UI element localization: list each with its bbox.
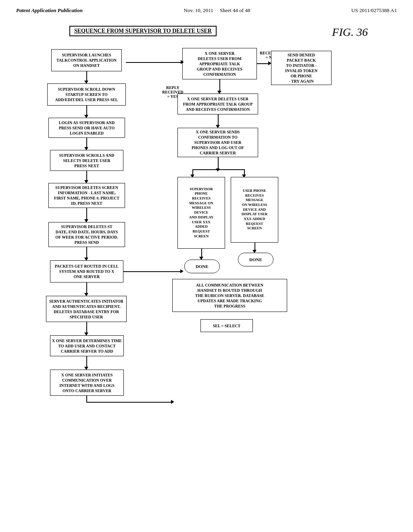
- box-send-denied: SEND DENIEDPACKET BACKTO INITIATOR -INVA…: [271, 51, 332, 85]
- box-xone-sends-conf: X ONE SERVER SENDSCONFIRMATION TOSUPERVI…: [177, 128, 258, 157]
- header-date-sheet: Nov. 10, 2011 Sheet 44 of 48: [184, 7, 250, 14]
- box-xone-determines: X ONE SERVER DETERMINES TIMETO ADD USER …: [50, 335, 124, 356]
- box-supervisor-scrolls: SUPERVISOR SCROLLS ANDSELECTS DELETE USE…: [50, 150, 123, 171]
- header-patent-num: US 2011/0275388 A1: [351, 7, 397, 14]
- box-xone-deletes-mid: X ONE SERVER DELETES USERFROM APPROPRIAT…: [177, 94, 258, 114]
- box-server-authenticates: SERVER AUTHENTICATES INITIATORAND AUTHEN…: [46, 296, 127, 322]
- header-sheet: Sheet 44 of 48: [220, 7, 250, 13]
- box-supervisor-launches: SUPERVISOR LAUNCHESTALKCONTROL APPLICATI…: [51, 49, 122, 71]
- page-header: Patent Application Publication Nov. 10, …: [0, 0, 413, 14]
- box-xone-deletes-top: X ONE SERVERDELETES USER FROMAPPROPRIATE…: [182, 48, 257, 79]
- box-supervisor-deletes-st: SUPERVISOR DELETES STDATE, END DATE, HOU…: [48, 222, 125, 247]
- box-supervisor-phone: SUPERVISORPHONERECEIVESMESSAGE ONWIRELES…: [177, 177, 225, 249]
- box-sel-select: SEL = SELECT: [200, 319, 253, 332]
- diagram-container: SEQUENCE FROM SUPERVISOR TO DELETE USER …: [25, 26, 388, 509]
- box-done-left: DONE: [184, 260, 220, 273]
- box-done-right: DONE: [238, 253, 273, 266]
- box-supervisor-scroll: SUPERVISOR SCROLL DOWNSTARTUP SCREEN TOA…: [47, 83, 126, 106]
- header-date: Nov. 10, 2011: [184, 7, 213, 13]
- fig-label: FIG. 36: [332, 26, 368, 39]
- header-publication: Patent Application Publication: [16, 7, 83, 14]
- box-packets-routed: PACKETS GET ROUTED IN CELLSYSTEM AND ROU…: [50, 260, 123, 283]
- diagram-title: SEQUENCE FROM SUPERVISOR TO DELETE USER: [69, 26, 217, 36]
- box-all-communication: ALL COMMUNICATION BETWEENHANDSET IS ROUT…: [172, 279, 287, 312]
- box-supervisor-deletes-screen: SUPERVISOR DELETES SCREENINFORMATION - L…: [48, 183, 125, 208]
- box-login-supervisor: LOGIN AS SUPERVISOR ANDPRESS SEND OR HAV…: [48, 118, 125, 138]
- box-xone-initiates: X ONE SERVER INITIATESCOMMUNICATION OVER…: [50, 370, 124, 396]
- box-user-phone: USER PHONERECEIVESMESSAGEON WIRELESSDEVI…: [231, 177, 278, 243]
